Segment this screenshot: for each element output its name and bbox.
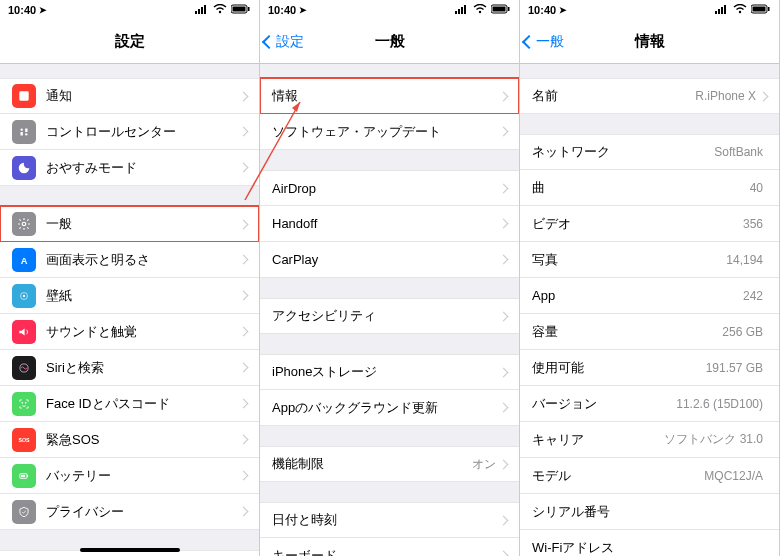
chevron-right-icon xyxy=(239,363,249,373)
settings-row[interactable]: モデルMQC12J/A xyxy=(520,458,779,494)
status-bar: 10:40 ➤ xyxy=(260,0,519,20)
settings-row[interactable]: Siriと検索 xyxy=(0,350,259,386)
sound-icon xyxy=(12,320,36,344)
gear-icon xyxy=(12,212,36,236)
settings-row[interactable]: ソフトウェア・アップデート xyxy=(260,114,519,150)
nav-bar: 設定一般 xyxy=(260,20,519,64)
settings-row[interactable]: プライバシー xyxy=(0,494,259,530)
settings-row[interactable]: 使用可能191.57 GB xyxy=(520,350,779,386)
status-time: 10:40 xyxy=(528,4,556,16)
svg-rect-7 xyxy=(248,7,250,11)
row-label: モデル xyxy=(532,467,704,485)
settings-row[interactable]: キャリアソフトバンク 31.0 xyxy=(520,422,779,458)
settings-row[interactable]: 一般 xyxy=(0,206,259,242)
svg-text:SOS: SOS xyxy=(18,437,30,443)
svg-point-4 xyxy=(219,11,221,13)
location-icon: ➤ xyxy=(299,5,307,15)
content-scroll[interactable]: 情報ソフトウェア・アップデートAirDropHandoffCarPlayアクセシ… xyxy=(260,64,519,556)
settings-row[interactable]: ネットワークSoftBank xyxy=(520,134,779,170)
settings-row[interactable]: ビデオ356 xyxy=(520,206,779,242)
chevron-right-icon xyxy=(239,291,249,301)
row-label: コントロールセンター xyxy=(46,123,240,141)
settings-row[interactable]: Face IDとパスコード xyxy=(0,386,259,422)
settings-row[interactable]: Wi-Fiアドレス xyxy=(520,530,779,556)
row-label: 名前 xyxy=(532,87,695,105)
svg-point-30 xyxy=(479,11,481,13)
settings-row[interactable]: A画面表示と明るさ xyxy=(0,242,259,278)
row-value: R.iPhone X xyxy=(695,89,756,103)
status-time: 10:40 xyxy=(268,4,296,16)
svg-rect-22 xyxy=(27,474,28,476)
row-value: ソフトバンク 31.0 xyxy=(664,431,763,448)
settings-row[interactable]: アクセシビリティ xyxy=(260,298,519,334)
row-label: キャリア xyxy=(532,431,664,449)
row-label: 緊急SOS xyxy=(46,431,240,449)
chevron-right-icon xyxy=(499,403,509,413)
row-label: 通知 xyxy=(46,87,240,105)
chevron-right-icon xyxy=(759,91,769,101)
back-button[interactable]: 一般 xyxy=(520,33,564,51)
chevron-right-icon xyxy=(499,255,509,265)
settings-group: 機能制限オン xyxy=(260,446,519,482)
settings-row[interactable]: Handoff xyxy=(260,206,519,242)
settings-row[interactable]: 通知 xyxy=(0,78,259,114)
svg-rect-28 xyxy=(461,7,463,14)
signal-icon xyxy=(715,4,729,16)
content-scroll[interactable]: 名前R.iPhone XネットワークSoftBank曲40ビデオ356写真14,… xyxy=(520,64,779,556)
settings-row[interactable]: 名前R.iPhone X xyxy=(520,78,779,114)
chevron-right-icon xyxy=(239,127,249,137)
row-label: ビデオ xyxy=(532,215,743,233)
settings-group: AirDropHandoffCarPlay xyxy=(260,170,519,278)
row-label: 情報 xyxy=(272,87,500,105)
settings-row[interactable]: 情報 xyxy=(260,78,519,114)
back-button[interactable]: 設定 xyxy=(260,33,304,51)
settings-row[interactable]: 日付と時刻 xyxy=(260,502,519,538)
svg-rect-6 xyxy=(233,7,246,12)
row-value: 11.2.6 (15D100) xyxy=(676,397,763,411)
content-scroll[interactable]: 通知コントロールセンターおやすみモード一般A画面表示と明るさ壁紙サウンドと触覚S… xyxy=(0,64,259,556)
settings-row[interactable]: バッテリー xyxy=(0,458,259,494)
settings-row[interactable]: シリアル番号 xyxy=(520,494,779,530)
chevron-right-icon xyxy=(499,311,509,321)
row-value: 14,194 xyxy=(726,253,763,267)
settings-row[interactable]: バージョン11.2.6 (15D100) xyxy=(520,386,779,422)
settings-row[interactable]: キーボード xyxy=(260,538,519,556)
settings-row[interactable]: AirDrop xyxy=(260,170,519,206)
settings-group: iPhoneストレージAppのバックグラウンド更新 xyxy=(260,354,519,426)
settings-group: 通知コントロールセンターおやすみモード xyxy=(0,78,259,186)
wifi-icon xyxy=(213,4,227,16)
settings-group: 名前R.iPhone X xyxy=(520,78,779,114)
settings-row[interactable]: 容量256 GB xyxy=(520,314,779,350)
settings-row[interactable]: CarPlay xyxy=(260,242,519,278)
row-label: サウンドと触覚 xyxy=(46,323,240,341)
row-value: 40 xyxy=(750,181,763,195)
row-label: ソフトウェア・アップデート xyxy=(272,123,500,141)
settings-row[interactable]: 壁紙 xyxy=(0,278,259,314)
row-label: AirDrop xyxy=(272,181,500,196)
chevron-right-icon xyxy=(499,367,509,377)
settings-row[interactable]: 曲40 xyxy=(520,170,779,206)
settings-row[interactable]: おやすみモード xyxy=(0,150,259,186)
settings-row[interactable]: App242 xyxy=(520,278,779,314)
signal-icon xyxy=(455,4,469,16)
wifi-icon xyxy=(733,4,747,16)
row-label: 使用可能 xyxy=(532,359,706,377)
nav-bar: 設定 xyxy=(0,20,259,64)
page-title: 設定 xyxy=(0,32,259,51)
chevron-right-icon xyxy=(499,459,509,469)
settings-row[interactable]: Appのバックグラウンド更新 xyxy=(260,390,519,426)
settings-row[interactable]: コントロールセンター xyxy=(0,114,259,150)
settings-row[interactable]: 写真14,194 xyxy=(520,242,779,278)
settings-row[interactable]: 機能制限オン xyxy=(260,446,519,482)
status-bar: 10:40 ➤ xyxy=(0,0,259,20)
signal-icon xyxy=(195,4,209,16)
battery-icon xyxy=(12,464,36,488)
row-value: 191.57 GB xyxy=(706,361,763,375)
svg-point-12 xyxy=(25,133,27,135)
row-value: オン xyxy=(472,456,496,473)
settings-row[interactable]: iPhoneストレージ xyxy=(260,354,519,390)
settings-row[interactable]: サウンドと触覚 xyxy=(0,314,259,350)
row-label: iPhoneストレージ xyxy=(272,363,500,381)
settings-row[interactable]: SOS緊急SOS xyxy=(0,422,259,458)
chevron-right-icon xyxy=(239,471,249,481)
